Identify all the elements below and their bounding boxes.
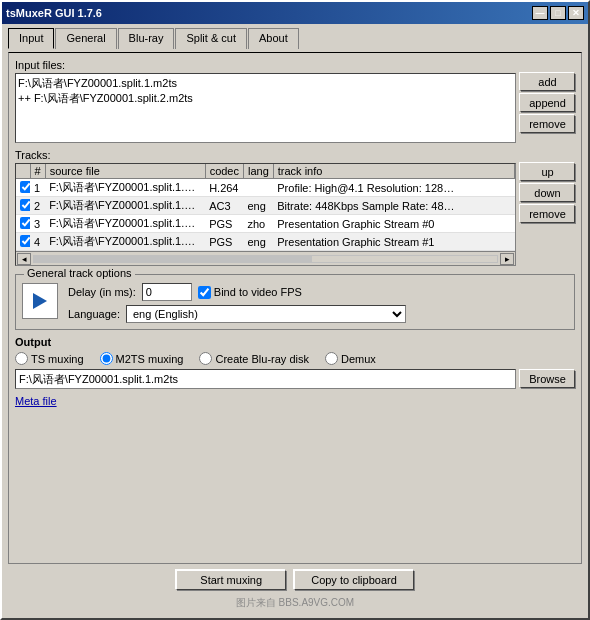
language-label: Language: — [68, 308, 120, 320]
bluray-radio[interactable] — [199, 352, 212, 365]
output-path-input[interactable] — [15, 369, 516, 389]
track-checkbox-2[interactable] — [20, 217, 30, 229]
scroll-left-btn[interactable]: ◂ — [17, 253, 31, 265]
titlebar: tsMuxeR GUI 1.7.6 — □ ✕ — [2, 2, 588, 24]
play-icon — [33, 293, 47, 309]
track-codec-0: H.264 — [205, 179, 243, 197]
tracks-table-wrapper: # source file codec lang track info 1 F:… — [15, 163, 516, 266]
bluray-radio-label: Create Blu-ray disk — [199, 352, 309, 365]
track-codec-2: PGS — [205, 215, 243, 233]
tracks-label: Tracks: — [15, 149, 575, 161]
m2ts-radio-text: M2TS muxing — [116, 353, 184, 365]
tab-bluray[interactable]: Blu-ray — [118, 28, 175, 49]
maximize-button[interactable]: □ — [550, 6, 566, 20]
track-info-0: Profile: High@4.1 Resolution: 128… — [273, 179, 514, 197]
file-buttons: add append remove — [520, 73, 575, 143]
tab-input[interactable]: Input — [8, 28, 54, 49]
table-row[interactable]: 2 F:\风语者\FYZ00001.split.1.m2ts AC3 eng B… — [16, 197, 515, 215]
delay-label: Delay (in ms): — [68, 286, 136, 298]
delay-row: Delay (in ms): Bind to video FPS — [68, 283, 406, 301]
meta-file-link[interactable]: Meta file — [15, 395, 57, 407]
input-files-label: Input files: — [15, 59, 575, 71]
ts-radio[interactable] — [15, 352, 28, 365]
window-controls: — □ ✕ — [532, 6, 584, 20]
groupbox-content: Delay (in ms): Bind to video FPS Languag… — [22, 283, 568, 323]
track-checkbox-1[interactable] — [20, 199, 30, 211]
col-lang: lang — [243, 164, 273, 179]
copy-clipboard-button[interactable]: Copy to clipboard — [294, 570, 414, 590]
tracks-header-row: # source file codec lang track info — [16, 164, 515, 179]
input-files-section: Input files: F:\风语者\FYZ00001.split.1.m2t… — [15, 59, 575, 143]
minimize-button[interactable]: — — [532, 6, 548, 20]
language-row: Language: eng (English) zho (Chinese) fr… — [68, 305, 406, 323]
ts-radio-label: TS muxing — [15, 352, 84, 365]
content-area: Input General Blu-ray Split & cut About … — [2, 24, 588, 618]
tracks-tbody: 1 F:\风语者\FYZ00001.split.1.m2ts H.264 Pro… — [16, 179, 515, 251]
track-source-2: F:\风语者\FYZ00001.split.1.m2ts — [45, 215, 205, 233]
scroll-right-btn[interactable]: ▸ — [500, 253, 514, 265]
output-path-row: Browse — [15, 369, 575, 389]
m2ts-radio[interactable] — [100, 352, 113, 365]
tracks-container: # source file codec lang track info 1 F:… — [15, 163, 575, 266]
track-info-2: Presentation Graphic Stream #0 — [273, 215, 514, 233]
track-lang-1: eng — [243, 197, 273, 215]
demux-radio[interactable] — [325, 352, 338, 365]
groupbox-fields: Delay (in ms): Bind to video FPS Languag… — [68, 283, 406, 323]
close-button[interactable]: ✕ — [568, 6, 584, 20]
append-button[interactable]: append — [520, 94, 575, 112]
tab-about[interactable]: About — [248, 28, 299, 49]
track-down-button[interactable]: down — [520, 184, 575, 202]
tab-splitcut[interactable]: Split & cut — [175, 28, 247, 49]
bind-fps-text: Bind to video FPS — [214, 286, 302, 298]
general-track-options-group: General track options Delay (in ms): Bin… — [15, 274, 575, 330]
bind-fps-checkbox[interactable] — [198, 286, 211, 299]
track-lang-0 — [243, 179, 273, 197]
col-check — [16, 164, 30, 179]
output-radio-row: TS muxing M2TS muxing Create Blu-ray dis… — [15, 352, 575, 365]
output-section: Output TS muxing M2TS muxing Create Blu-… — [15, 336, 575, 389]
table-row[interactable]: 4 F:\风语者\FYZ00001.split.1.m2ts PGS eng P… — [16, 233, 515, 251]
remove-input-button[interactable]: remove — [520, 115, 575, 133]
table-row[interactable]: 3 F:\风语者\FYZ00001.split.1.m2ts PGS zho P… — [16, 215, 515, 233]
track-source-0: F:\风语者\FYZ00001.split.1.m2ts — [45, 179, 205, 197]
hscrollbar[interactable]: ◂ ▸ — [16, 251, 515, 265]
delay-input[interactable] — [142, 283, 192, 301]
input-files-textarea[interactable]: F:\风语者\FYZ00001.split.1.m2ts ++ F:\风语者\F… — [15, 73, 516, 143]
groupbox-legend: General track options — [24, 267, 135, 279]
input-files-box: F:\风语者\FYZ00001.split.1.m2ts ++ F:\风语者\F… — [15, 73, 575, 143]
track-remove-button[interactable]: remove — [520, 205, 575, 223]
table-row[interactable]: 1 F:\风语者\FYZ00001.split.1.m2ts H.264 Pro… — [16, 179, 515, 197]
start-muxing-button[interactable]: Start muxing — [176, 570, 286, 590]
track-num-1: 2 — [30, 197, 45, 215]
tracks-table: # source file codec lang track info 1 F:… — [16, 164, 515, 251]
track-lang-2: zho — [243, 215, 273, 233]
ts-radio-text: TS muxing — [31, 353, 84, 365]
track-num-2: 3 — [30, 215, 45, 233]
track-checkbox-3[interactable] — [20, 235, 30, 247]
track-checkbox-0[interactable] — [20, 181, 30, 193]
track-info-3: Presentation Graphic Stream #1 — [273, 233, 514, 251]
track-codec-1: AC3 — [205, 197, 243, 215]
col-codec: codec — [205, 164, 243, 179]
track-source-3: F:\风语者\FYZ00001.split.1.m2ts — [45, 233, 205, 251]
play-icon-box — [22, 283, 58, 319]
bottom-buttons-row: Start muxing Copy to clipboard — [8, 570, 582, 590]
window-title: tsMuxeR GUI 1.7.6 — [6, 7, 102, 19]
track-num-3: 4 — [30, 233, 45, 251]
language-select[interactable]: eng (English) zho (Chinese) fre (French)… — [126, 305, 406, 323]
output-label: Output — [15, 336, 575, 348]
scroll-thumb — [34, 256, 312, 262]
bluray-radio-text: Create Blu-ray disk — [215, 353, 309, 365]
tracks-section: Tracks: # source file codec lang — [15, 149, 575, 266]
tab-bar: Input General Blu-ray Split & cut About — [8, 28, 582, 49]
demux-radio-label: Demux — [325, 352, 376, 365]
main-panel: Input files: F:\风语者\FYZ00001.split.1.m2t… — [8, 52, 582, 564]
demux-radio-text: Demux — [341, 353, 376, 365]
scroll-track[interactable] — [33, 255, 498, 263]
tab-general[interactable]: General — [55, 28, 116, 49]
track-up-button[interactable]: up — [520, 163, 575, 181]
browse-button[interactable]: Browse — [520, 370, 575, 388]
add-button[interactable]: add — [520, 73, 575, 91]
track-lang-3: eng — [243, 233, 273, 251]
meta-section: Meta file — [15, 395, 575, 407]
